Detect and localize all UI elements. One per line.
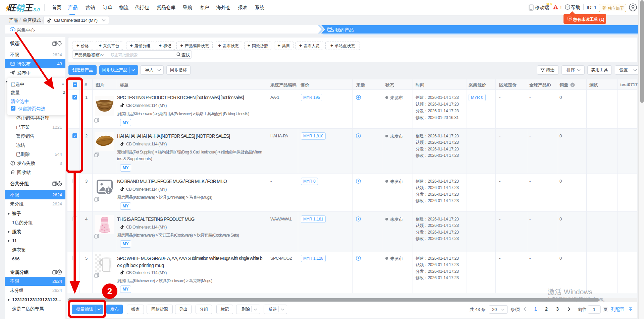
svg-text:?: ? (567, 5, 568, 9)
svg-text:?: ? (572, 83, 574, 86)
